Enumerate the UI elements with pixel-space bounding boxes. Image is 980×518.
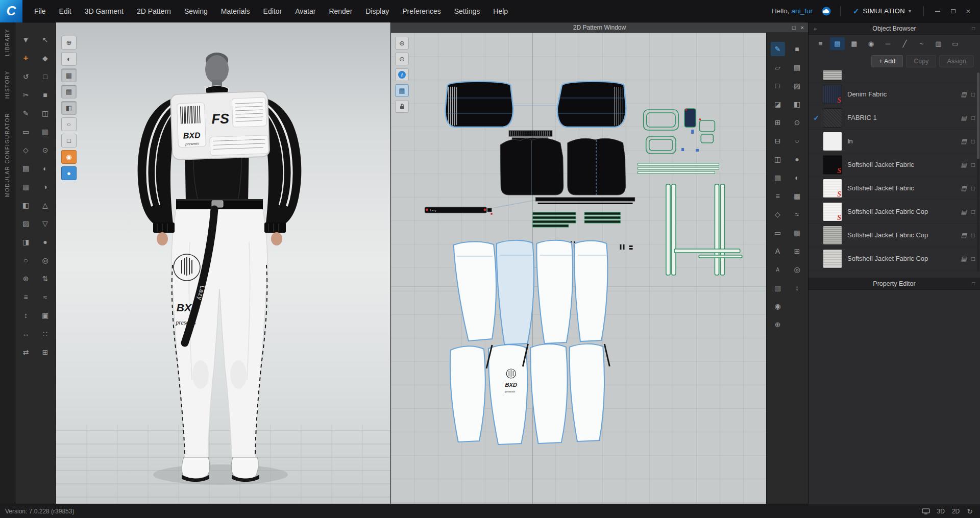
menu-item[interactable]: 3D Garment [78,0,130,22]
tool-icon[interactable]: ◨ [19,235,33,249]
tool-icon[interactable]: ⊙ [790,115,804,130]
tool-icon[interactable]: ◧ [790,97,804,111]
viewport-toggle-icon[interactable]: ▤ [61,85,77,98]
fabric-row[interactable]: S Softshell Jacket Fabric Cop ▤ □ [808,200,980,224]
toggle-2d-window[interactable]: 2D [952,508,960,515]
fabric-list-scrollbar[interactable] [977,72,979,272]
fabric-row[interactable]: ✓ FABRIC 1 ▤ □ [808,106,980,130]
rail-tab[interactable]: HISTORY [5,70,10,98]
assign-button[interactable]: Assign [939,55,974,67]
fabric-thumbnail[interactable]: S [823,202,842,221]
menu-item[interactable]: Materials [214,0,257,22]
toggle-3d-window[interactable]: 3D [937,508,945,515]
lock-icon[interactable] [395,100,409,113]
tool-icon[interactable]: ● [790,152,804,166]
clo-logo[interactable]: C [0,0,22,22]
tool-icon[interactable]: ▥ [771,281,785,295]
fabric-assign-icon[interactable]: □ [971,161,975,168]
tool-icon[interactable]: ◪ [771,97,785,111]
fabric-name[interactable]: Softshell Jacket Fabric Cop [847,208,961,215]
tool-icon[interactable]: ✎ [771,42,785,56]
tool-icon[interactable]: ⊞ [790,244,804,258]
fabric-clone-icon[interactable]: ▤ [961,161,966,168]
pattern-side-stripe-strips[interactable] [666,184,742,275]
tool-icon[interactable]: ▭ [19,125,33,139]
tool-icon[interactable]: ▨ [19,216,33,231]
fabric-assign-icon[interactable]: □ [971,138,975,145]
tool-icon[interactable]: ◇ [19,143,33,157]
menu-item[interactable]: Edit [53,0,78,22]
tool-icon[interactable]: ≡ [19,290,33,304]
tool-icon[interactable]: ◐ [790,170,804,185]
browser-tab-icon[interactable]: ▤ [830,37,845,50]
refresh-icon[interactable]: ↻ [967,507,973,515]
fabric-clone-icon[interactable]: ▤ [961,232,966,239]
fabric-thumbnail[interactable] [823,249,842,268]
fabric-name[interactable]: Softshell Jacket Fabric Cop [847,231,961,239]
fabric-name[interactable]: In [847,137,961,145]
browser-tab-icon[interactable]: ≡ [813,37,828,50]
fabric-name[interactable]: Softshell Jacket Fabric [847,184,961,192]
fabric-row[interactable]: In ▤ □ [808,130,980,153]
tool-icon[interactable]: ◫ [38,106,53,120]
viewport-toggle-icon[interactable]: ◐ [61,52,77,66]
scrollbar-thumb[interactable] [977,72,979,159]
pattern-pieces-canvas[interactable]: Lazy [391,33,766,504]
browser-tab-icon[interactable]: ▭ [948,37,963,50]
tool-icon[interactable]: □ [38,69,53,84]
menu-item[interactable]: Render [322,0,359,22]
tool-icon[interactable]: ◑ [38,180,53,194]
tool-icon[interactable]: ↺ [19,69,33,84]
tool-icon[interactable]: ↕ [790,281,804,295]
pattern-bodice-front[interactable] [500,138,564,195]
fabric-clone-icon[interactable]: ▤ [961,91,966,98]
fabric-name[interactable]: FABRIC 1 [847,114,961,121]
tool-icon[interactable]: A [771,244,785,258]
tool-icon[interactable]: □ [771,79,785,93]
menu-item[interactable]: Avatar [288,0,322,22]
tool-icon[interactable]: △ [38,198,53,212]
fabric-thumbnail[interactable] [823,70,842,81]
tool-icon[interactable]: A [771,262,785,277]
tool-icon[interactable]: ∷ [38,327,53,341]
tool-icon[interactable]: ◉ [771,299,785,313]
tool-icon[interactable]: ◇ [771,207,785,221]
viewport-toggle-icon[interactable]: □ [61,134,77,147]
zoom-icon[interactable]: ⊕ [395,37,409,50]
pattern-pants-back-panels[interactable]: BXD presents [450,344,609,445]
pattern-bodice-back[interactable] [568,138,626,195]
fabric-view-icon[interactable]: ▤ [395,84,409,97]
pattern-belt-piece[interactable]: Lazy [425,207,493,215]
panel-dock-icon[interactable]: □ [967,26,980,31]
tool-icon[interactable]: ■ [38,88,53,102]
tool-icon[interactable]: ⇄ [19,345,33,359]
menu-item[interactable]: 2D Pattern [130,0,178,22]
tool-icon[interactable]: ■ [790,42,804,56]
rail-tab[interactable]: LIBRARY [5,29,10,56]
tool-icon[interactable]: ⊟ [771,134,785,148]
pattern-elastic-strips[interactable] [638,163,719,174]
fabric-assign-icon[interactable]: □ [971,232,975,239]
fabric-name[interactable]: Softshell Jacket Fabric [847,161,961,168]
tool-icon[interactable]: ○ [19,253,33,267]
3d-avatar-canvas[interactable]: BXD presents [56,22,390,504]
tool-icon[interactable]: ≈ [38,290,53,304]
3d-viewport[interactable]: ⊕◐▦▤◧○□◉● [56,22,390,504]
fabric-row[interactable]: S Denim Fabric ▤ □ [808,83,980,106]
tool-icon[interactable]: ▤ [790,60,804,75]
viewport-toggle-icon[interactable]: ⊕ [61,36,77,50]
menu-item[interactable]: File [28,0,53,22]
copy-button[interactable]: Copy [906,55,936,67]
fabric-assign-icon[interactable]: □ [971,91,975,98]
tool-icon[interactable]: ◐ [38,161,53,176]
tool-icon[interactable]: ⊙ [38,143,53,157]
tool-icon[interactable]: ↕ [19,308,33,323]
fabric-clone-icon[interactable]: ▤ [961,208,966,215]
tool-icon[interactable]: ⊞ [38,345,53,359]
tool-icon[interactable]: ⊕ [19,272,33,286]
float-window-icon[interactable]: □ [792,24,796,31]
fabric-name[interactable]: Softshell Jacket Fabric Cop [847,255,961,262]
tool-icon[interactable]: ◫ [771,152,785,166]
pattern-waistband[interactable] [536,198,635,204]
fabric-clone-icon[interactable]: ▤ [961,255,966,262]
